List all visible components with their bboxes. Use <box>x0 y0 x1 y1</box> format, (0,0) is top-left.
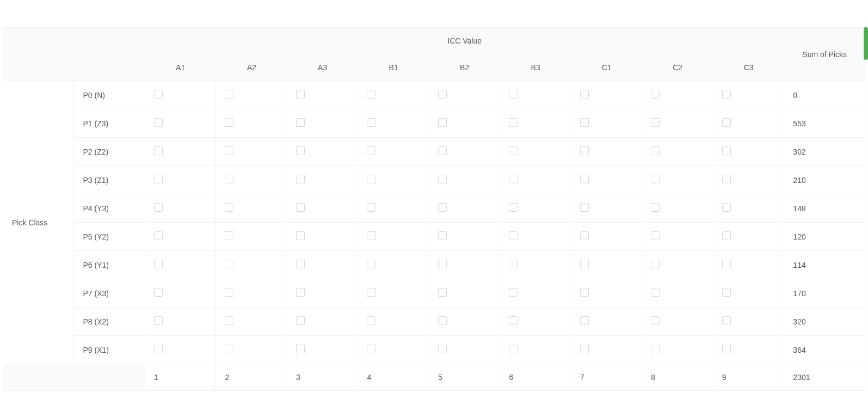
checkbox[interactable] <box>438 146 447 155</box>
checkbox[interactable] <box>509 146 518 155</box>
checkbox[interactable] <box>722 231 731 240</box>
checkbox[interactable] <box>509 231 518 240</box>
checkbox[interactable] <box>296 288 305 297</box>
checkbox[interactable] <box>580 316 589 325</box>
checkbox[interactable] <box>225 118 233 127</box>
checkbox[interactable] <box>367 316 375 325</box>
checkbox[interactable] <box>438 90 447 99</box>
checkbox[interactable] <box>154 90 163 99</box>
checkbox[interactable] <box>722 146 731 155</box>
checkbox[interactable] <box>722 345 731 353</box>
checkbox[interactable] <box>509 118 518 127</box>
checkbox[interactable] <box>154 146 163 155</box>
col-header-b1[interactable]: B1 <box>358 54 429 81</box>
checkbox[interactable] <box>651 175 660 183</box>
checkbox[interactable] <box>509 288 518 297</box>
checkbox[interactable] <box>225 90 233 99</box>
checkbox[interactable] <box>225 288 233 297</box>
checkbox[interactable] <box>225 203 233 212</box>
checkbox[interactable] <box>438 316 447 325</box>
checkbox[interactable] <box>367 231 375 240</box>
checkbox[interactable] <box>580 260 589 268</box>
col-header-a1[interactable]: A1 <box>145 54 216 81</box>
checkbox[interactable] <box>154 316 163 325</box>
scrollbar-thumb[interactable] <box>864 27 868 60</box>
checkbox[interactable] <box>438 118 447 127</box>
checkbox[interactable] <box>367 203 375 212</box>
checkbox[interactable] <box>367 175 375 183</box>
checkbox[interactable] <box>296 316 305 325</box>
checkbox[interactable] <box>225 345 233 353</box>
checkbox[interactable] <box>580 175 589 183</box>
col-header-a3[interactable]: A3 <box>287 54 358 81</box>
checkbox[interactable] <box>651 345 660 353</box>
checkbox[interactable] <box>154 175 163 183</box>
checkbox[interactable] <box>509 316 518 325</box>
col-header-c1[interactable]: C1 <box>571 54 642 81</box>
checkbox[interactable] <box>438 345 447 353</box>
checkbox[interactable] <box>225 260 233 268</box>
checkbox[interactable] <box>722 316 731 325</box>
col-header-c3[interactable]: C3 <box>713 54 784 81</box>
checkbox[interactable] <box>722 203 731 212</box>
col-header-a2[interactable]: A2 <box>216 54 287 81</box>
checkbox[interactable] <box>225 175 233 183</box>
checkbox[interactable] <box>509 175 518 183</box>
checkbox[interactable] <box>367 345 375 353</box>
checkbox[interactable] <box>154 260 163 268</box>
checkbox[interactable] <box>225 231 233 240</box>
checkbox[interactable] <box>651 260 660 268</box>
col-header-b2[interactable]: B2 <box>429 54 500 81</box>
checkbox[interactable] <box>509 90 518 99</box>
checkbox[interactable] <box>722 90 731 99</box>
checkbox[interactable] <box>580 146 589 155</box>
checkbox[interactable] <box>580 118 589 127</box>
checkbox[interactable] <box>296 118 305 127</box>
checkbox[interactable] <box>580 203 589 212</box>
checkbox[interactable] <box>651 90 660 99</box>
col-header-b3[interactable]: B3 <box>500 54 571 81</box>
checkbox[interactable] <box>154 231 163 240</box>
checkbox[interactable] <box>296 146 305 155</box>
checkbox[interactable] <box>367 118 375 127</box>
checkbox[interactable] <box>651 231 660 240</box>
checkbox[interactable] <box>722 288 731 297</box>
checkbox[interactable] <box>296 260 305 268</box>
checkbox[interactable] <box>367 146 375 155</box>
checkbox[interactable] <box>580 231 589 240</box>
checkbox[interactable] <box>651 203 660 212</box>
checkbox[interactable] <box>154 345 163 353</box>
checkbox[interactable] <box>438 260 447 268</box>
checkbox[interactable] <box>509 260 518 268</box>
checkbox[interactable] <box>580 288 589 297</box>
checkbox[interactable] <box>296 231 305 240</box>
checkbox[interactable] <box>722 118 731 127</box>
checkbox[interactable] <box>438 175 447 183</box>
checkbox[interactable] <box>580 90 589 99</box>
checkbox[interactable] <box>651 118 660 127</box>
checkbox[interactable] <box>722 175 731 183</box>
checkbox[interactable] <box>296 90 305 99</box>
checkbox[interactable] <box>438 203 447 212</box>
checkbox[interactable] <box>154 118 163 127</box>
checkbox[interactable] <box>722 260 731 268</box>
checkbox[interactable] <box>651 146 660 155</box>
col-header-c2[interactable]: C2 <box>642 54 713 81</box>
checkbox[interactable] <box>509 345 518 353</box>
checkbox[interactable] <box>580 345 589 353</box>
checkbox[interactable] <box>651 288 660 297</box>
checkbox[interactable] <box>225 316 233 325</box>
checkbox[interactable] <box>438 231 447 240</box>
checkbox[interactable] <box>296 345 305 353</box>
checkbox[interactable] <box>225 146 233 155</box>
checkbox[interactable] <box>296 203 305 212</box>
checkbox[interactable] <box>367 90 375 99</box>
checkbox[interactable] <box>367 288 375 297</box>
checkbox[interactable] <box>509 203 518 212</box>
checkbox[interactable] <box>154 288 163 297</box>
checkbox[interactable] <box>438 288 447 297</box>
checkbox[interactable] <box>296 175 305 183</box>
checkbox[interactable] <box>154 203 163 212</box>
checkbox[interactable] <box>651 316 660 325</box>
checkbox[interactable] <box>367 260 375 268</box>
